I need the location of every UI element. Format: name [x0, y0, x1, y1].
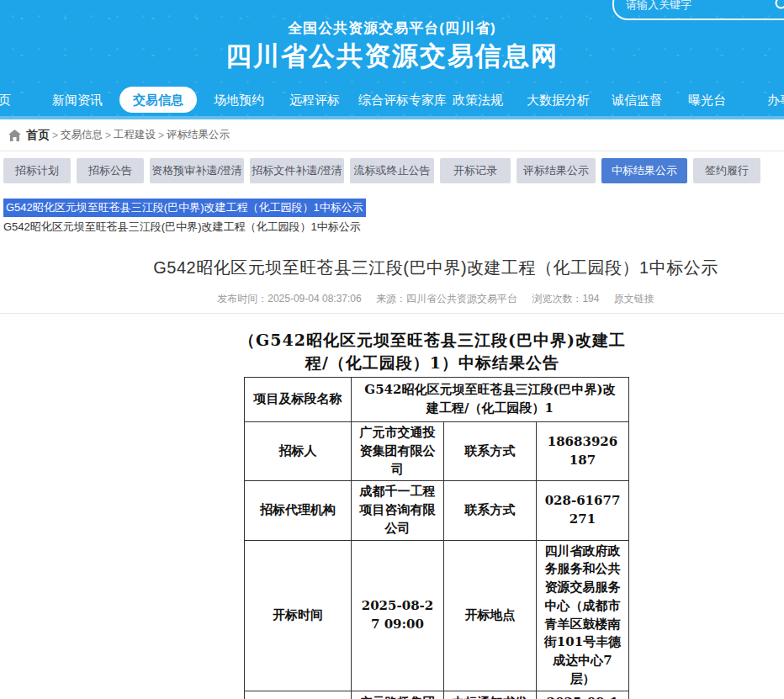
- table-cell-value: G542昭化区元坝至旺苍县三江段(巴中界)改建工程/（化工园段）1: [352, 378, 629, 422]
- table-row: 项目及标段名称 G542昭化区元坝至旺苍县三江段(巴中界)改建工程/（化工园段）…: [245, 378, 629, 422]
- search-icon[interactable]: [774, 0, 784, 13]
- page-title: G542昭化区元坝至旺苍县三江段(巴中界)改建工程（化工园段）1中标公示: [87, 257, 784, 279]
- result-link-selected[interactable]: G542昭化区元坝至旺苍县三江段(巴中界)改建工程（化工园段）1中标公示: [3, 199, 366, 217]
- nav-item-integrity[interactable]: 诚信监督: [612, 84, 662, 116]
- table-cell-value: 2025-09-10: [537, 691, 629, 699]
- page: 全国公共资源交易平台(四川省) 四川省公共资源交易信息网 首页 新闻资讯 交易信…: [0, 0, 784, 699]
- nav-item-exposure[interactable]: 曝光台: [688, 84, 726, 116]
- award-result-table: 项目及标段名称 G542昭化区元坝至旺苍县三江段(巴中界)改建工程/（化工园段）…: [244, 377, 629, 699]
- main-nav: 首页 新闻资讯 交易信息 场地预约 远程评标 综合评标专家库 政策法规 大数据分…: [0, 84, 784, 116]
- search-input[interactable]: [614, 0, 774, 11]
- breadcrumb-trade-info[interactable]: 交易信息: [61, 128, 103, 142]
- table-cell-label: 项目及标段名称: [245, 378, 352, 422]
- site-subtitle: 全国公共资源交易平台(四川省): [0, 19, 784, 38]
- site-header: 全国公共资源交易平台(四川省) 四川省公共资源交易信息网 首页 新闻资讯 交易信…: [0, 0, 784, 119]
- table-cell-label: 联系方式: [444, 481, 537, 540]
- table-cell-label: 中标单位: [245, 691, 352, 699]
- home-icon[interactable]: [8, 130, 21, 141]
- nav-item-policies[interactable]: 政策法规: [453, 84, 503, 116]
- content-divider: [0, 313, 784, 314]
- tab-bid-announcement[interactable]: 招标公告: [77, 158, 144, 183]
- table-cell-label: 中标通知书发出日期: [444, 691, 537, 699]
- source: 来源：四川省公共资源交易平台: [376, 293, 517, 304]
- site-title: 四川省公共资源交易信息网: [0, 39, 784, 74]
- table-cell-label: 开标时间: [245, 540, 352, 691]
- breadcrumb-engineering[interactable]: 工程建设: [114, 128, 156, 142]
- tab-evaluation-results[interactable]: 评标结果公示: [516, 158, 596, 183]
- breadcrumb-home[interactable]: 首页: [26, 128, 50, 143]
- breadcrumb-separator: >: [52, 130, 58, 141]
- nav-item-remote-evaluation[interactable]: 远程评标: [289, 84, 340, 116]
- table-row: 开标时间 2025-08-27 09:00 开标地点 四川省政府政务服务和公共资…: [245, 540, 629, 691]
- table-row: 中标单位 广元路桥集团有限公司 中标通知书发出日期 2025-09-10: [245, 691, 629, 699]
- table-cell-label: 招标代理机构: [245, 481, 352, 540]
- tab-contract-performance[interactable]: 签约履行: [693, 158, 760, 183]
- result-link[interactable]: G542昭化区元坝至旺苍县三江段(巴中界)改建工程（化工园段）1中标公示: [3, 220, 361, 235]
- category-tabs: 招标计划 招标公告 资格预审补遗/澄清 招标文件补遗/澄清 流标或终止公告 开标…: [3, 158, 760, 183]
- nav-item-big-data[interactable]: 大数据分析: [527, 84, 590, 116]
- search-box[interactable]: [612, 0, 784, 20]
- tab-bid-plan[interactable]: 招标计划: [3, 158, 71, 183]
- tab-bid-doc-addendum[interactable]: 招标文件补遗/澄清: [250, 158, 344, 183]
- nav-item-services[interactable]: 办事服务: [767, 84, 784, 116]
- nav-item-trade-info-active[interactable]: 交易信息: [119, 87, 197, 113]
- tab-failed-terminated[interactable]: 流标或终止公告: [350, 158, 434, 183]
- article-meta: 发布时间：2025-09-04 08:37:06 来源：四川省公共资源交易平台 …: [87, 292, 784, 306]
- table-cell-label: 开标地点: [444, 540, 537, 691]
- table-cell-value: 2025-08-27 09:00: [352, 540, 444, 691]
- table-cell-label: 招标人: [245, 422, 352, 481]
- table-row: 招标代理机构 成都千一工程项目咨询有限公司 联系方式 028-61677271: [245, 481, 629, 540]
- table-cell-value: 成都千一工程项目咨询有限公司: [352, 481, 444, 540]
- origin-link[interactable]: 原文链接: [614, 293, 654, 304]
- table-cell-value: 18683926187: [537, 422, 629, 481]
- document-title: （G542昭化区元坝至旺苍县三江段(巴中界)改建工程/（化工园段）1）中标结果公…: [234, 329, 631, 374]
- table-row: 招标人 广元市交通投资集团有限公司 联系方式 18683926187: [245, 422, 629, 481]
- breadcrumb: 首页 > 交易信息 > 工程建设 > 评标结果公示: [0, 119, 784, 151]
- tab-opening-record[interactable]: 开标记录: [440, 158, 511, 183]
- table-cell-value: 028-61677271: [537, 481, 629, 540]
- nav-item-expert-db[interactable]: 综合评标专家库: [358, 84, 447, 116]
- tab-award-results-active[interactable]: 中标结果公示: [601, 158, 687, 183]
- breadcrumb-separator: >: [158, 130, 164, 141]
- table-cell-value: 广元路桥集团有限公司: [352, 691, 444, 699]
- table-cell-value: 广元市交通投资集团有限公司: [352, 422, 444, 481]
- nav-item-news[interactable]: 新闻资讯: [52, 84, 103, 116]
- breadcrumb-eval-results[interactable]: 评标结果公示: [167, 128, 230, 142]
- view-count: 浏览次数：194: [532, 293, 599, 304]
- nav-item-venue-booking[interactable]: 场地预约: [214, 84, 264, 116]
- table-cell-value: 四川省政府政务服务和公共资源交易服务中心（成都市青羊区鼓楼南街101号丰德成达中…: [537, 540, 629, 691]
- publish-time: 发布时间：2025-09-04 08:37:06: [217, 293, 361, 304]
- breadcrumb-separator: >: [105, 130, 111, 141]
- tab-prequalification-addendum[interactable]: 资格预审补遗/澄清: [150, 158, 244, 183]
- table-cell-label: 联系方式: [444, 422, 537, 481]
- nav-item-home[interactable]: 首页: [0, 84, 11, 116]
